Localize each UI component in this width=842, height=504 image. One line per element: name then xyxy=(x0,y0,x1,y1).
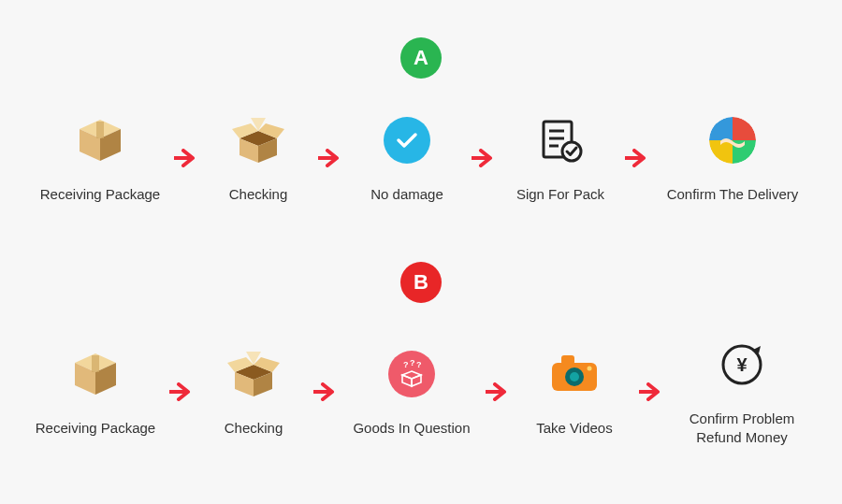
svg-marker-29 xyxy=(402,375,412,386)
step-a-confirm: Confirm The Delivery xyxy=(662,112,803,204)
badge-a: A xyxy=(400,37,442,79)
step-a-receiving: Receiving Package xyxy=(39,112,161,204)
badge-a-label: A xyxy=(414,46,428,70)
svg-point-34 xyxy=(570,372,579,382)
step-a-sign-label: Sign For Pack xyxy=(516,185,604,204)
step-a-nodamage-label: No damage xyxy=(370,185,443,204)
question-box-icon: ? ? ? xyxy=(388,346,435,402)
svg-rect-32 xyxy=(561,355,574,365)
open-box-icon xyxy=(225,346,282,402)
flow-a-section: A Receiving Package xyxy=(0,0,842,234)
handshake-icon xyxy=(709,112,756,168)
svg-marker-30 xyxy=(412,375,421,386)
closed-box-icon xyxy=(74,112,126,168)
step-a-confirm-label: Confirm The Delivery xyxy=(667,185,799,204)
blue-check-icon xyxy=(384,112,430,168)
document-check-icon xyxy=(536,112,585,168)
open-box-icon xyxy=(230,112,286,168)
svg-marker-28 xyxy=(402,371,421,379)
badge-b: B xyxy=(400,262,442,303)
step-b-videos-label: Take Videos xyxy=(536,419,612,438)
arrow-icon xyxy=(472,149,496,167)
step-b-question-label: Goods In Question xyxy=(353,419,470,438)
svg-text:¥: ¥ xyxy=(736,354,748,375)
step-a-checking: Checking xyxy=(211,112,305,204)
step-b-checking: Checking xyxy=(207,346,300,438)
arrow-icon xyxy=(639,382,663,401)
arrow-icon xyxy=(486,382,510,401)
step-b-receiving: Receiving Package xyxy=(35,346,156,438)
closed-box-icon xyxy=(69,346,122,402)
svg-text:?: ? xyxy=(403,360,409,369)
flow-b: Receiving Package Checking xyxy=(0,337,842,448)
svg-point-35 xyxy=(588,367,592,371)
step-b-receiving-label: Receiving Package xyxy=(36,419,155,438)
arrow-icon xyxy=(169,382,194,401)
badge-b-label: B xyxy=(414,270,428,295)
step-b-checking-label: Checking xyxy=(225,419,283,438)
flow-b-section: B Receiving Package xyxy=(0,243,842,477)
step-b-question: ? ? ? Goods In Question xyxy=(351,346,472,438)
step-a-receiving-label: Receiving Package xyxy=(40,185,160,204)
camera-icon xyxy=(548,346,601,402)
svg-text:?: ? xyxy=(416,360,422,369)
arrow-icon xyxy=(625,149,649,167)
page: A Receiving Package xyxy=(0,0,842,504)
arrow-icon xyxy=(174,149,198,167)
flow-a: Receiving Package Checking xyxy=(0,112,842,204)
refund-icon: ¥ xyxy=(718,337,766,393)
step-b-refund: ¥ Confirm ProblemRefund Money xyxy=(676,337,807,448)
svg-text:?: ? xyxy=(410,358,415,367)
step-b-videos: Take Videos xyxy=(523,346,626,438)
svg-marker-18 xyxy=(92,355,99,372)
step-a-checking-label: Checking xyxy=(229,185,288,204)
step-a-sign: Sign For Pack xyxy=(509,112,612,204)
arrow-icon xyxy=(318,149,342,167)
svg-marker-3 xyxy=(96,122,104,138)
arrow-icon xyxy=(313,382,338,401)
step-a-nodamage: No damage xyxy=(356,112,458,204)
step-b-refund-label: Confirm ProblemRefund Money xyxy=(690,410,795,448)
